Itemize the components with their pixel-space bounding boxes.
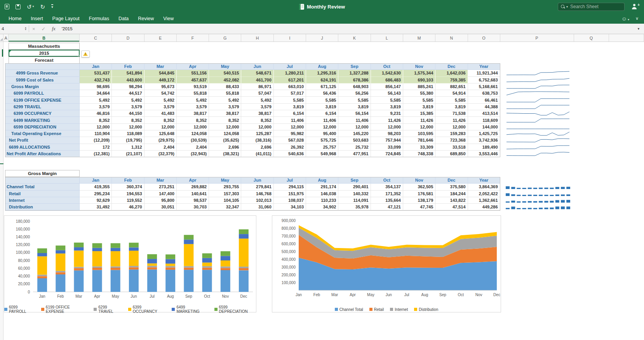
enter-icon[interactable]: ✓ xyxy=(38,26,49,32)
value-cell[interactable]: 93,519 xyxy=(177,83,209,90)
value-cell[interactable]: 3,579 xyxy=(241,104,273,110)
year-value-cell[interactable]: 44,388 xyxy=(468,104,500,110)
value-cell[interactable]: 3,579 xyxy=(80,104,112,110)
value-cell[interactable]: 544,845 xyxy=(144,70,177,76)
value-cell[interactable]: 151,975 xyxy=(274,191,306,197)
value-cell[interactable]: 885,241 xyxy=(403,83,435,90)
new-workbook-icon[interactable] xyxy=(5,4,9,9)
value-cell[interactable]: 540,515 xyxy=(209,70,241,76)
value-cell[interactable]: 3,819 xyxy=(371,104,403,110)
value-cell[interactable]: 5,585 xyxy=(403,97,435,103)
select-all-corner[interactable] xyxy=(0,34,3,42)
value-cell[interactable]: (19,795) xyxy=(112,137,144,144)
value-cell[interactable]: 678,386 xyxy=(338,77,371,83)
year-header[interactable]: Year xyxy=(468,177,500,184)
month-header[interactable]: Aug xyxy=(306,63,338,70)
value-cell[interactable]: 54,914 xyxy=(435,90,468,97)
row-label[interactable]: Net Profit After Allocations xyxy=(5,151,80,157)
value-cell[interactable]: 140,332 xyxy=(338,191,371,197)
column-header-F[interactable]: F xyxy=(177,34,209,42)
value-cell[interactable]: 8,352 xyxy=(177,117,209,123)
value-cell[interactable]: 47,121 xyxy=(371,204,403,210)
value-cell[interactable]: 92,629 xyxy=(80,197,112,204)
value-cell[interactable]: 44,150 xyxy=(112,110,144,117)
value-cell[interactable]: 5,585 xyxy=(371,97,403,103)
value-cell[interactable]: (32,943) xyxy=(177,151,209,157)
row-label[interactable]: Total Operating Expense xyxy=(5,130,80,137)
row-label[interactable]: Internet xyxy=(5,197,80,204)
column-header-Q[interactable]: Q xyxy=(574,34,609,42)
value-cell[interactable]: 98,203 xyxy=(371,130,403,137)
value-cell[interactable]: 541,894 xyxy=(112,70,144,76)
value-cell[interactable]: 46,816 xyxy=(80,110,112,117)
value-cell[interactable]: 55,380 xyxy=(403,90,435,97)
value-cell[interactable]: 781,646 xyxy=(403,137,435,144)
value-cell[interactable]: 11,406 xyxy=(306,117,338,123)
column-header-B[interactable]: B xyxy=(9,34,80,42)
channel-stacked-area-chart[interactable]: 100,000200,000300,000400,000500,000600,0… xyxy=(272,215,501,312)
value-cell[interactable]: 11,426 xyxy=(435,117,468,123)
value-cell[interactable]: 686,483 xyxy=(371,77,403,83)
row-label[interactable]: 6299 TRAVEL xyxy=(5,104,80,110)
value-cell[interactable]: 159,283 xyxy=(435,130,468,137)
value-cell[interactable]: 38,817 xyxy=(209,110,241,117)
value-cell[interactable]: 5,492 xyxy=(177,97,209,103)
value-cell[interactable]: 2,696 xyxy=(209,144,241,151)
column-header-K[interactable]: K xyxy=(338,34,371,42)
row-label[interactable]: 6699 ALLOCATIONS xyxy=(5,144,80,151)
value-cell[interactable]: 757,944 xyxy=(371,137,403,144)
tab-review[interactable]: Review xyxy=(133,13,158,24)
value-cell[interactable]: 32,347 xyxy=(209,204,241,210)
month-header[interactable]: Mar xyxy=(144,63,177,70)
gross-margin-title-cell[interactable]: Gross Margin xyxy=(5,170,80,177)
value-cell[interactable]: 759,385 xyxy=(435,77,468,83)
value-cell[interactable]: 432,743 xyxy=(80,77,112,83)
value-cell[interactable]: 269,882 xyxy=(177,184,209,190)
row-label[interactable]: 6499 MARKETING xyxy=(5,117,80,123)
value-cell[interactable]: 5,585 xyxy=(274,97,306,103)
month-header[interactable]: Jul xyxy=(274,177,306,184)
year-value-cell[interactable]: 638,753 xyxy=(468,90,500,97)
value-cell[interactable]: (41,011) xyxy=(241,151,273,157)
value-cell[interactable]: 11,426 xyxy=(371,117,403,123)
value-cell[interactable]: 723,368 xyxy=(435,137,468,144)
value-cell[interactable]: 5,492 xyxy=(80,97,112,103)
value-cell[interactable]: 12,000 xyxy=(403,124,435,130)
value-cell[interactable]: 12,000 xyxy=(80,124,112,130)
month-header[interactable]: Apr xyxy=(177,177,209,184)
year-value-cell[interactable]: 1,425,725 xyxy=(468,130,500,137)
column-header-E[interactable]: E xyxy=(144,34,177,42)
undo-icon[interactable]: ↺▾ xyxy=(27,4,34,10)
value-cell[interactable]: 176,581 xyxy=(403,191,435,197)
value-cell[interactable]: 55,818 xyxy=(209,90,241,97)
row-label[interactable]: Channel Total xyxy=(5,184,80,190)
value-cell[interactable]: 3,579 xyxy=(177,104,209,110)
value-cell[interactable]: 98,294 xyxy=(112,83,144,90)
value-cell[interactable]: 624,191 xyxy=(306,77,338,83)
cancel-icon[interactable]: × xyxy=(29,26,38,32)
year-value-cell[interactable]: 3,553,446 xyxy=(468,151,500,157)
value-cell[interactable]: (29,975) xyxy=(144,137,177,144)
tab-formulas[interactable]: Formulas xyxy=(84,13,114,24)
value-cell[interactable]: 184,244 xyxy=(435,191,468,197)
value-cell[interactable]: 2,404 xyxy=(144,144,177,151)
value-cell[interactable]: 3,819 xyxy=(403,104,435,110)
month-header[interactable]: Dec xyxy=(435,63,468,70)
row-label[interactable]: 6199 OFFICE EXPENSE xyxy=(5,97,80,103)
value-cell[interactable]: 172 xyxy=(80,144,112,151)
value-cell[interactable]: 31,492 xyxy=(80,204,112,210)
value-cell[interactable]: 663,010 xyxy=(274,83,306,90)
year-value-cell[interactable]: 189,490 xyxy=(468,144,500,151)
value-cell[interactable]: 33,518 xyxy=(435,144,468,151)
tab-insert[interactable]: Insert xyxy=(26,13,47,24)
value-cell[interactable]: 118,089 xyxy=(112,130,144,137)
name-box[interactable]: 4 xyxy=(0,24,23,34)
column-header-A[interactable]: A xyxy=(3,34,9,42)
value-cell[interactable]: 147,400 xyxy=(144,191,177,197)
value-cell[interactable]: 3,579 xyxy=(112,104,144,110)
month-header[interactable]: Nov xyxy=(403,63,435,70)
value-cell[interactable]: 273,251 xyxy=(144,184,177,190)
value-cell[interactable]: 671,125 xyxy=(306,83,338,90)
value-cell[interactable]: 748,338 xyxy=(403,151,435,157)
value-cell[interactable]: 125,648 xyxy=(144,130,177,137)
